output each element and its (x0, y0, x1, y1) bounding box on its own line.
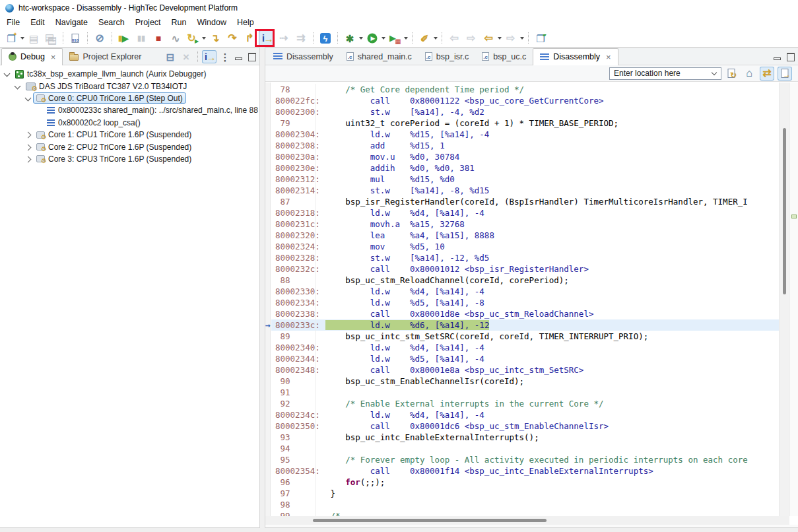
sync-selection-toggle[interactable]: ⇄ (760, 67, 774, 81)
line-gutter[interactable]: 8000231c: (271, 218, 316, 230)
menu-file[interactable]: File (1, 17, 25, 28)
editor-tab-bsp-isr-c[interactable]: bsp_isr.c (418, 48, 475, 65)
step-into-button[interactable]: ↴ (207, 30, 223, 46)
line-gutter[interactable]: 99 (271, 510, 316, 516)
code-line[interactable]: 80002338: call 0x80001d8e <bsp_uc_stm_Re… (271, 308, 779, 319)
horizontal-scrollbar-thumb[interactable] (313, 519, 547, 522)
editor-marker-bar[interactable]: → (265, 83, 271, 516)
menu-project[interactable]: Project (130, 17, 166, 28)
tree-item-core-1-cpu1-tricore-1-6p-s[interactable]: Core 1: CPU1 TriCore 1.6P (Suspended) (0, 129, 259, 141)
tree-item-core-0-cpu0-tricore-1-6p-s[interactable]: Core 0: CPU0 TriCore 1.6P (Step Out) (0, 92, 259, 104)
code-line[interactable]: 80002340: ld.w %d4, [%a14], -4 (271, 342, 779, 353)
debug-button[interactable]: ✱ (342, 30, 358, 46)
code-line[interactable]: 80002308: add %d15, 1 (271, 140, 779, 151)
last-edit-location-button[interactable]: ❐▰ (533, 30, 549, 46)
horizontal-scrollbar[interactable] (265, 516, 789, 525)
line-gutter[interactable]: 95 (271, 454, 316, 465)
dropdown-caret[interactable] (498, 37, 502, 42)
line-gutter[interactable]: 88 (271, 275, 316, 286)
home-button[interactable]: ⌂ (742, 67, 756, 81)
dropdown-caret[interactable] (359, 37, 363, 42)
code-line[interactable]: 96 for(;;); (271, 477, 779, 488)
line-gutter[interactable]: 800022fc: (271, 95, 316, 106)
line-gutter[interactable]: 90 (271, 376, 316, 387)
code-line[interactable]: 80002318: ld.w %d4, [%a14], -4 (271, 207, 779, 218)
code-line[interactable]: 92 /* Enable External interrupts in the … (271, 398, 779, 409)
line-gutter[interactable]: 80002300: (271, 106, 316, 117)
code-line[interactable]: 80002314: st.w [%a14], -8, %d15 (271, 185, 779, 196)
external-tools-button[interactable]: ✐ (416, 30, 432, 46)
code-line[interactable]: 80002334: ld.w %d5, [%a14], -8 (271, 297, 779, 308)
line-gutter[interactable]: 8000234c: (271, 409, 316, 420)
step-return-button[interactable]: ↱ (242, 30, 257, 46)
code-line[interactable]: 80002320: lea %a4, [%a15], 8888 (271, 230, 779, 241)
code-line[interactable]: 80002328: st.w [%a14], -12, %d5 (271, 252, 779, 263)
code-line[interactable]: 8000231c: movh.a %a15, 32768 (271, 218, 779, 230)
code-line[interactable]: 8000232c: call 0x80001012 <bsp_isr_Regis… (271, 263, 779, 275)
expander-open-icon[interactable] (3, 69, 12, 79)
code-line[interactable]: 99 /* ----------------------------------… (271, 510, 779, 516)
code-line[interactable]: 80002330: ld.w %d4, [%a14], -4 (271, 286, 779, 297)
menu-edit[interactable]: Edit (25, 17, 50, 28)
code-line[interactable]: 8000230a: mov.u %d0, 30784 (271, 151, 779, 162)
expander-open-icon[interactable] (24, 94, 33, 103)
code-line[interactable]: 80002350: call 0x80001dc6 <bsp_uc_stm_En… (271, 420, 779, 432)
line-gutter[interactable]: 80002320: (271, 230, 316, 241)
run-flash-button[interactable]: ▶▦ (387, 30, 403, 46)
tree-item-core-3-cpu3-tricore-1-6p-s[interactable]: Core 3: CPU3 TriCore 1.6P (Suspended) (0, 153, 259, 165)
line-gutter[interactable]: 80002354: (271, 465, 316, 477)
line-gutter[interactable]: 80002338: (271, 308, 316, 319)
line-gutter[interactable]: 80002350: (271, 420, 316, 432)
panel-instruction-stepping-toggle[interactable]: i→ (202, 50, 216, 63)
step-over-button[interactable]: ↷ (224, 30, 240, 46)
line-gutter[interactable]: 93 (271, 432, 316, 443)
tree-item-0x800020c2-loop-csa[interactable]: 0x800020c2 loop_csa() (0, 117, 259, 129)
menu-search[interactable]: Search (93, 17, 130, 28)
instruction-stepping-toggle[interactable]: i→ (259, 30, 275, 46)
vertical-scrollbar-thumb[interactable] (783, 128, 786, 294)
code-line[interactable]: 80002312: mul %d15, %d0 (271, 174, 779, 185)
run-button[interactable]: ▶ (364, 30, 380, 46)
terminate-button[interactable]: ■ (150, 30, 166, 46)
current-instruction-line[interactable]: 8000233c: ld.w %d6, [%a14], -12 (271, 319, 779, 331)
line-gutter[interactable]: 80002330: (271, 286, 316, 297)
line-gutter[interactable]: 80002328: (271, 252, 316, 263)
line-gutter[interactable]: 80002304: (271, 129, 316, 140)
forward-history-button[interactable]: ⇨ (503, 30, 519, 46)
code-line[interactable]: 800022fc: call 0x80001122 <bsp_uc_core_G… (271, 95, 779, 106)
line-gutter[interactable]: 89 (271, 331, 316, 342)
line-gutter[interactable]: 79 (271, 117, 316, 129)
dropdown-caret[interactable] (202, 37, 206, 42)
code-line[interactable]: 95 /* Forever empty loop - All activity … (271, 454, 779, 465)
disassembly-code[interactable]: 78 /* Get Core dependent Time period */8… (271, 83, 779, 516)
dropdown-caret[interactable] (20, 37, 24, 42)
editor-tab-shared-main-c[interactable]: shared_main.c (340, 48, 418, 65)
menu-window[interactable]: Window (192, 17, 232, 28)
expander-open-icon[interactable] (13, 82, 22, 91)
overview-annotation-marker[interactable] (791, 215, 797, 218)
dropdown-caret[interactable] (520, 37, 524, 42)
menu-run[interactable]: Run (166, 17, 192, 28)
link-with-debug-toggle[interactable]: → (778, 67, 792, 81)
code-line[interactable]: 80002348: call 0x80001e8a <bsp_uc_intc_s… (271, 364, 779, 376)
line-gutter[interactable]: 80002348: (271, 364, 316, 376)
line-gutter[interactable]: 98 (271, 499, 316, 510)
restart-button[interactable]: ↻▶ (185, 30, 201, 46)
editor-tab-bsp-uc-c[interactable]: bsp_uc.c (475, 48, 533, 65)
debug-panel-tab-debug[interactable]: Debug× (1, 48, 63, 65)
tree-item-core-2-cpu2-tricore-1-6p-s[interactable]: Core 2: CPU2 TriCore 1.6P (Suspended) (0, 141, 259, 152)
minimize-view-button[interactable] (233, 51, 244, 61)
close-tab-button[interactable]: × (606, 53, 611, 61)
code-line[interactable]: 98 (271, 499, 779, 510)
code-line[interactable]: 94 (271, 443, 779, 454)
view-menu-button[interactable]: ⋮ (218, 50, 232, 63)
disconnect-button[interactable]: ∿ (168, 30, 183, 46)
debug-panel-tab-project-explorer[interactable]: Project Explorer (63, 48, 148, 65)
menu-help[interactable]: Help (232, 17, 259, 28)
code-line[interactable]: 80002344: ld.w %d5, [%a14], -4 (271, 353, 779, 364)
line-gutter[interactable]: 8000230e: (271, 162, 316, 174)
new-wizard-button[interactable]: ❐✦ (3, 30, 19, 46)
flash-target-button[interactable]: ϟ (317, 30, 333, 46)
line-gutter[interactable]: 80002308: (271, 140, 316, 151)
refresh-view-button[interactable]: ↻ (724, 67, 739, 81)
